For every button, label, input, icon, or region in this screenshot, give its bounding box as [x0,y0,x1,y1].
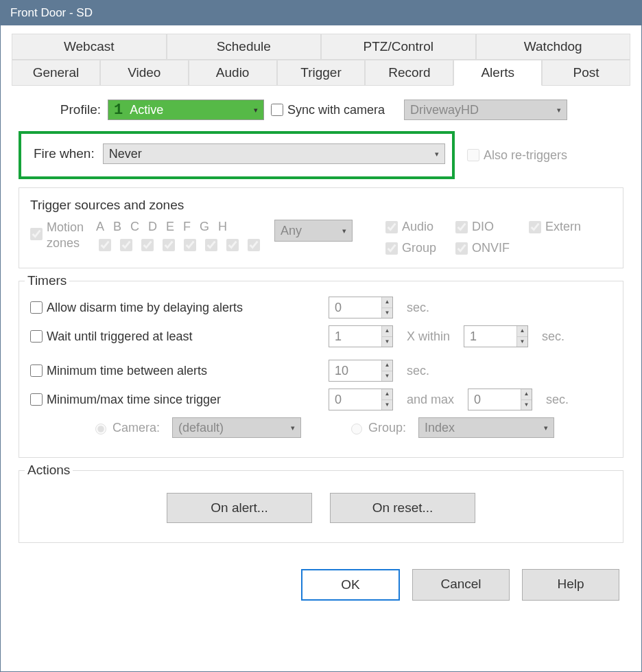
tab-record[interactable]: Record [365,60,453,86]
profile-label: Profile: [19,102,101,117]
zone-d-checkbox [163,239,175,251]
profile-index: 1 [114,102,123,119]
zone-letters: AB CD EF GH [96,220,262,234]
allow-disarm-checkbox[interactable]: Allow disarm time by delaying alerts [30,301,315,315]
actions-group: Actions On alert... On reset... [19,470,623,543]
spin-down-icon[interactable]: ▼ [382,337,392,347]
spin-down-icon[interactable]: ▼ [521,400,532,410]
tab-audio[interactable]: Audio [189,60,277,86]
chevron-down-icon: ▾ [557,106,561,115]
window-titlebar: Front Door - SD [1,1,641,25]
max-since-spinner[interactable]: ▲▼ [468,389,532,410]
profile-value: Active [130,103,163,117]
spin-down-icon[interactable]: ▼ [382,308,392,318]
trigger-sources-legend: Trigger sources and zones [30,198,612,213]
tabs-lower: General Video Audio Trigger Record Alert… [12,60,630,86]
group-select: Index ▾ [418,417,554,438]
trigger-sources-group: Trigger sources and zones Motionzones AB… [19,187,623,268]
zone-a-checkbox [99,239,111,251]
ok-button[interactable]: OK [301,569,400,601]
min-between-spinner[interactable]: ▲▼ [329,360,393,382]
spin-up-icon[interactable]: ▲ [521,389,532,400]
motion-zones-checkbox: Motionzones [30,220,84,252]
min-between-checkbox[interactable]: Minimum time between alerts [30,364,315,378]
fire-when-dropdown[interactable]: Never ▾ [103,143,445,164]
onvif-checkbox: ONVIF [455,241,510,255]
zone-check-row [96,237,262,253]
wait-count-spinner[interactable]: ▲▼ [329,325,393,347]
spin-up-icon[interactable]: ▲ [382,297,392,308]
audio-checkbox: Audio [385,220,436,234]
chevron-down-icon: ▾ [544,424,548,432]
dio-checkbox: DIO [455,220,510,234]
min-since-spinner[interactable]: ▲▼ [329,389,393,410]
allow-disarm-spinner[interactable]: ▲▼ [329,297,393,318]
profile-dropdown[interactable]: 1 Active ▾ [108,100,264,120]
extern-checkbox: Extern [529,220,581,234]
min-max-since-checkbox[interactable]: Minimum/max time since trigger [30,393,315,407]
chevron-down-icon: ▾ [254,106,258,115]
chevron-down-icon: ▾ [435,150,439,159]
actions-legend: Actions [25,463,73,478]
fire-when-label: Fire when: [34,146,95,161]
zone-b-checkbox [120,239,132,251]
spin-up-icon[interactable]: ▲ [382,360,392,371]
timers-group: Timers Allow disarm time by delaying ale… [19,281,623,458]
tab-post[interactable]: Post [542,60,630,86]
spin-up-icon[interactable]: ▲ [382,389,392,400]
zone-e-checkbox [184,239,196,251]
chevron-down-icon: ▾ [342,227,346,235]
tab-schedule[interactable]: Schedule [167,34,322,60]
chevron-down-icon: ▾ [291,424,295,432]
wait-within-spinner[interactable]: ▲▼ [464,325,528,347]
spin-down-icon[interactable]: ▼ [517,337,527,347]
group-radio: Group: [348,421,406,435]
tab-alerts[interactable]: Alerts [453,60,542,86]
zone-any-dropdown: Any ▾ [274,220,353,242]
tab-ptz-control[interactable]: PTZ/Control [321,34,476,60]
sync-camera-dropdown: DrivewayHD ▾ [404,100,567,120]
tab-general[interactable]: General [12,60,100,86]
timers-legend: Timers [25,273,69,288]
camera-select: (default) ▾ [172,417,301,438]
help-button[interactable]: Help [522,569,619,601]
fire-when-highlight: Fire when: Never ▾ [19,131,455,179]
spin-up-icon[interactable]: ▲ [517,326,527,337]
dialog-footer: OK Cancel Help [12,561,630,601]
also-retriggers-checkbox: Also re-triggers [467,148,567,163]
sync-with-camera-checkbox[interactable]: Sync with camera [271,103,385,117]
spin-down-icon[interactable]: ▼ [382,371,392,382]
wait-triggered-checkbox[interactable]: Wait until triggered at least [30,329,315,344]
tab-watchdog[interactable]: Watchdog [476,34,631,60]
group-checkbox: Group [385,241,436,255]
tabs-upper: Webcast Schedule PTZ/Control Watchdog [12,34,630,60]
on-alert-button[interactable]: On alert... [167,493,312,523]
window-title: Front Door - SD [10,6,93,19]
tab-video[interactable]: Video [100,60,189,86]
spin-down-icon[interactable]: ▼ [382,400,392,410]
camera-radio: Camera: [92,421,160,435]
zone-f-checkbox [205,239,217,251]
zone-h-checkbox [248,239,260,251]
tab-webcast[interactable]: Webcast [12,34,167,60]
spin-up-icon[interactable]: ▲ [382,326,392,337]
tab-trigger[interactable]: Trigger [277,60,366,86]
zone-g-checkbox [226,239,239,251]
zone-c-checkbox [141,239,154,251]
cancel-button[interactable]: Cancel [412,569,510,601]
on-reset-button[interactable]: On reset... [330,493,475,523]
